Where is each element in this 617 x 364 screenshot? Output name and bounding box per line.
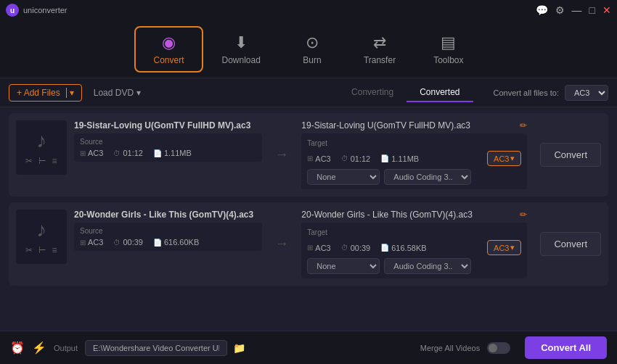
settings-icon[interactable]: ⚙ bbox=[555, 4, 565, 16]
target-filename-1: 19-Sistar-Loving U(GomTV FullHD MV).ac3 bbox=[301, 120, 515, 131]
target-box-1: Target ⊞ AC3 ⏱ 01:12 📄 1.11MB bbox=[301, 133, 527, 189]
title-bar-left: u uniconverter bbox=[6, 4, 68, 17]
file-info-1: 19-Sistar-Loving U(GomTV FullHD MV).ac3 … bbox=[74, 120, 262, 189]
target-file-icon-1: 📄 bbox=[380, 154, 389, 162]
format-dropdown-arrow-2: ▾ bbox=[510, 243, 515, 252]
nav-label-download: Download bbox=[222, 55, 261, 65]
trim-icon-1[interactable]: ⊢ bbox=[38, 156, 46, 166]
target-label-1: Target bbox=[307, 139, 327, 147]
maximize-icon[interactable]: □ bbox=[589, 4, 595, 16]
target-header-1: 19-Sistar-Loving U(GomTV FullHD MV).ac3 … bbox=[301, 120, 527, 131]
clock-bottom-icon[interactable]: ⏰ bbox=[10, 341, 25, 355]
target-box-2: Target ⊞ AC3 ⏱ 00:39 📄 616.58K bbox=[301, 223, 527, 278]
file-source-name-2: 20-Wonder Girls - Like This (GomTV)(4).a… bbox=[74, 210, 262, 220]
file-thumbnail-2: ♪ ✂ ⊢ ≡ bbox=[16, 210, 67, 264]
file-source-1: Source ⊞ AC3 ⏱ 01:12 📄 1.11MB bbox=[74, 133, 262, 162]
app-name: uniconverter bbox=[23, 6, 68, 15]
target-audio-select-2[interactable]: Audio Coding 3... bbox=[384, 258, 471, 274]
merge-all-label: Merge All Videos bbox=[420, 344, 480, 352]
target-label-2: Target bbox=[307, 228, 327, 236]
target-size-1: 📄 1.11MB bbox=[380, 154, 419, 163]
transfer-nav-icon: ⇄ bbox=[373, 33, 386, 52]
format-dropdown-2[interactable]: AC3 ▾ bbox=[487, 240, 521, 255]
toolbox-nav-icon: ▤ bbox=[441, 33, 456, 52]
cut-icon-1[interactable]: ✂ bbox=[25, 156, 33, 166]
convert-button-2[interactable]: Convert bbox=[540, 232, 601, 256]
source-size-1: 📄 1.11MB bbox=[153, 149, 192, 157]
file-target-1: 19-Sistar-Loving U(GomTV FullHD MV).ac3 … bbox=[301, 120, 527, 189]
target-details-1: ⊞ AC3 ⏱ 01:12 📄 1.11MB bbox=[307, 154, 419, 163]
load-dvd-button[interactable]: Load DVD ▾ bbox=[88, 85, 147, 101]
tab-group: Converting Converted bbox=[338, 83, 473, 102]
settings-icon-1[interactable]: ≡ bbox=[52, 156, 57, 166]
output-path-input[interactable] bbox=[85, 340, 227, 356]
target-details-2: ⊞ AC3 ⏱ 00:39 📄 616.58KB bbox=[307, 244, 426, 252]
convert-btn-col-2: Convert bbox=[534, 210, 601, 278]
bolt-icon[interactable]: ⚡ bbox=[32, 341, 46, 355]
target-audio-select-1[interactable]: Audio Coding 3... bbox=[384, 169, 471, 185]
file-target-2: 20-Wonder Girls - Like This (GomTV)(4).a… bbox=[301, 210, 527, 278]
file-thumb-actions-2: ✂ ⊢ ≡ bbox=[25, 245, 57, 255]
file-info-2: 20-Wonder Girls - Like This (GomTV)(4).a… bbox=[74, 210, 262, 278]
target-none-select-1[interactable]: None bbox=[307, 169, 380, 185]
file-row-2: ♪ ✂ ⊢ ≡ 20-Wonder Girls - Like This (Gom… bbox=[9, 202, 608, 286]
file-icon-1: 📄 bbox=[153, 149, 162, 157]
arrow-1: → bbox=[269, 120, 294, 189]
file-row: ♪ ✂ ⊢ ≡ 19-Sistar-Loving U(GomTV FullHD … bbox=[9, 113, 608, 197]
target-file-icon-2: 📄 bbox=[380, 244, 389, 252]
target-options-2: None Audio Coding 3... bbox=[307, 258, 521, 274]
target-none-select-2[interactable]: None bbox=[307, 258, 380, 274]
source-duration-2: ⏱ 00:39 bbox=[113, 238, 143, 247]
format-icon-2: ⊞ bbox=[80, 239, 86, 247]
message-icon[interactable]: 💬 bbox=[536, 4, 548, 16]
nav-item-transfer[interactable]: ⇄ Transfer bbox=[345, 26, 414, 73]
settings-icon-2[interactable]: ≡ bbox=[52, 245, 57, 255]
close-icon[interactable]: ✕ bbox=[602, 4, 611, 16]
clock-icon-2: ⏱ bbox=[113, 239, 120, 247]
target-format-1: ⊞ AC3 bbox=[307, 154, 330, 163]
trim-icon-2[interactable]: ⊢ bbox=[38, 245, 46, 255]
format-icon-1: ⊞ bbox=[80, 149, 86, 157]
format-dropdown-1[interactable]: AC3 ▾ bbox=[487, 151, 521, 166]
title-bar-controls: 💬 ⚙ — □ ✕ bbox=[536, 4, 611, 16]
convert-btn-col-1: Convert bbox=[534, 120, 601, 189]
output-folder-icon[interactable]: 📁 bbox=[233, 342, 245, 354]
target-size-2: 📄 616.58KB bbox=[380, 244, 426, 252]
nav-item-download[interactable]: ⬇ Download bbox=[203, 26, 279, 73]
minimize-icon[interactable]: — bbox=[572, 4, 582, 16]
file-icon-2: 📄 bbox=[153, 239, 162, 247]
nav-item-burn[interactable]: ⊙ Burn bbox=[279, 26, 345, 73]
edit-icon-2[interactable]: ✏ bbox=[520, 210, 527, 220]
cut-icon-2[interactable]: ✂ bbox=[25, 245, 33, 255]
tab-converted[interactable]: Converted bbox=[406, 83, 473, 102]
source-label-2: Source bbox=[80, 227, 256, 235]
target-header-2: 20-Wonder Girls - Like This (GomTV)(4).a… bbox=[301, 210, 527, 220]
edit-icon-1[interactable]: ✏ bbox=[520, 120, 527, 131]
nav-item-toolbox[interactable]: ▤ Toolbox bbox=[414, 26, 482, 73]
add-files-button[interactable]: + Add Files ▾ bbox=[9, 84, 82, 102]
convert-button-1[interactable]: Convert bbox=[540, 143, 601, 167]
target-format-icon-2: ⊞ bbox=[307, 244, 313, 252]
main-content: ♪ ✂ ⊢ ≡ 19-Sistar-Loving U(GomTV FullHD … bbox=[0, 107, 617, 331]
app-logo: u bbox=[6, 4, 19, 17]
target-format-2: ⊞ AC3 bbox=[307, 244, 330, 252]
tab-converting[interactable]: Converting bbox=[338, 83, 406, 102]
add-files-dropdown-icon[interactable]: ▾ bbox=[66, 88, 74, 98]
convert-all-button[interactable]: Convert All bbox=[525, 336, 607, 359]
nav-item-convert[interactable]: ◉ Convert bbox=[134, 26, 203, 73]
load-dvd-label: Load DVD bbox=[94, 88, 134, 98]
source-format-2: ⊞ AC3 bbox=[80, 238, 103, 247]
target-clock-icon-2: ⏱ bbox=[341, 244, 348, 252]
source-duration-1: ⏱ 01:12 bbox=[113, 149, 143, 157]
nav-label-toolbox: Toolbox bbox=[433, 55, 463, 65]
merge-toggle[interactable] bbox=[487, 342, 510, 354]
music-icon-1: ♪ bbox=[36, 129, 46, 152]
format-dropdown-arrow-1: ▾ bbox=[510, 154, 515, 163]
target-duration-2: ⏱ 00:39 bbox=[341, 244, 371, 252]
convert-nav-icon: ◉ bbox=[162, 33, 176, 52]
format-select[interactable]: AC3 bbox=[565, 85, 608, 101]
load-dvd-dropdown-icon: ▾ bbox=[136, 88, 141, 98]
target-clock-icon-1: ⏱ bbox=[341, 154, 348, 162]
source-label-1: Source bbox=[80, 138, 256, 146]
output-label: Output bbox=[54, 344, 78, 352]
